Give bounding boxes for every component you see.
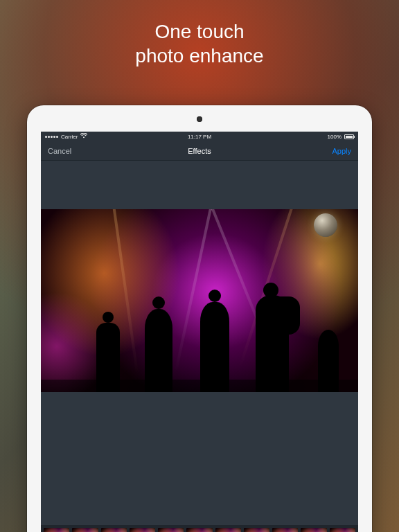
- filter-thumb[interactable]: Clyde: [72, 528, 98, 532]
- filter-thumb-image: [72, 528, 98, 532]
- apply-button[interactable]: Apply: [332, 147, 351, 155]
- camera-icon: [197, 116, 202, 122]
- filter-thumb-image: [130, 528, 155, 532]
- battery-icon: [344, 134, 354, 139]
- filter-strip[interactable]: OriginalClydeAvenueHaasArizonaLuckyDeanK…: [41, 525, 358, 532]
- promo-background: One touch photo enhance Carrier 11:17 PM…: [0, 0, 399, 532]
- filter-thumb-image: [244, 528, 269, 532]
- filter-thumb[interactable]: Keylime: [244, 528, 269, 532]
- filter-thumb-image: [272, 528, 298, 532]
- filter-thumb[interactable]: Original: [44, 528, 69, 532]
- spacer: [41, 392, 358, 525]
- filter-thumb[interactable]: Haas: [130, 528, 155, 532]
- filter-thumb[interactable]: Sentosa: [301, 528, 326, 532]
- filter-thumb[interactable]: Arizona: [158, 528, 184, 532]
- ipad-device-frame: Carrier 11:17 PM 100% Cancel Effects App…: [27, 105, 372, 532]
- filter-thumb-image: [101, 528, 127, 532]
- cancel-button[interactable]: Cancel: [48, 147, 71, 155]
- headline-line: One touch: [0, 19, 399, 44]
- filter-thumb[interactable]: Boardwalk: [272, 528, 298, 532]
- spacer: [41, 161, 358, 209]
- disco-ball-icon: [314, 213, 337, 237]
- filter-thumb[interactable]: Dean: [215, 528, 241, 532]
- nav-title: Effects: [41, 147, 358, 155]
- filter-thumb-image: [215, 528, 241, 532]
- filter-thumb[interactable]: Avenue: [101, 528, 127, 532]
- filter-thumb-image: [301, 528, 326, 532]
- nav-bar: Cancel Effects Apply: [41, 141, 358, 161]
- promo-headline: One touch photo enhance: [0, 19, 399, 68]
- filter-thumb-image: [330, 528, 355, 532]
- headline-line: photo enhance: [0, 44, 399, 68]
- status-time: 11:17 PM: [41, 134, 358, 140]
- filter-thumb-image: [158, 528, 184, 532]
- app-screen: Carrier 11:17 PM 100% Cancel Effects App…: [41, 132, 358, 532]
- status-bar: Carrier 11:17 PM 100%: [41, 132, 358, 141]
- filter-thumb-image: [186, 528, 212, 532]
- photo-preview[interactable]: [41, 209, 358, 392]
- filter-thumb[interactable]: Lucky: [186, 528, 212, 532]
- filter-thumb-image: [44, 528, 69, 532]
- filter-thumb[interactable]: Sage: [330, 528, 355, 532]
